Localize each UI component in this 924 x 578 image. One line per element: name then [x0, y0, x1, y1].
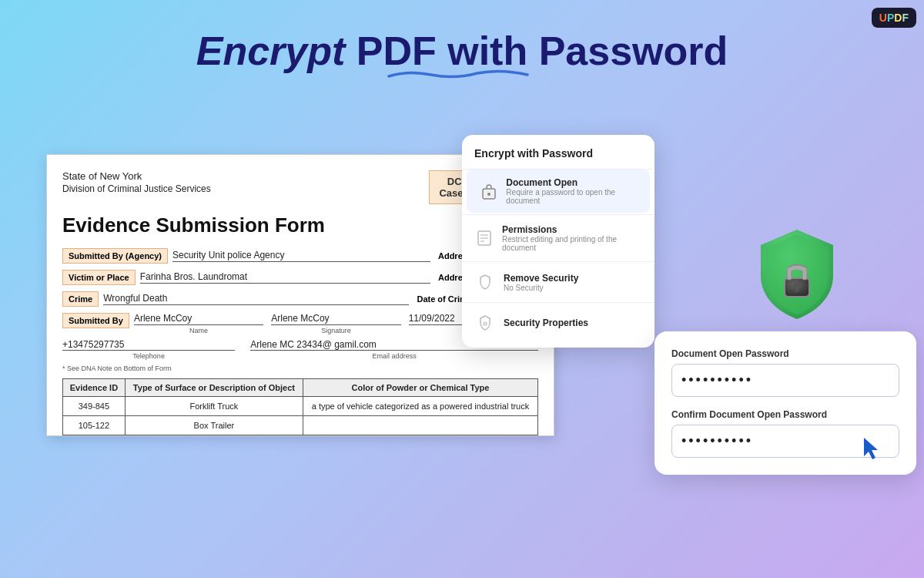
pdf-name-value: Arlene McCoy — [134, 313, 263, 325]
encrypt-item-remove-security-title: Remove Security — [504, 273, 578, 284]
badge-d: D — [894, 12, 902, 24]
encrypt-divider-2 — [462, 261, 654, 262]
pdf-name-sublabel: Name — [134, 327, 263, 334]
encrypt-item-permissions[interactable]: Permissions Restrict editing and printin… — [462, 217, 654, 260]
encrypt-item-security-props-text: Security Properties — [504, 318, 588, 328]
updf-badge: UPDF — [872, 8, 916, 28]
pdf-signature-value: Arlene McCoy — [271, 313, 400, 325]
encrypt-divider-3 — [462, 302, 654, 303]
encrypt-item-remove-security-subtitle: No Security — [504, 284, 578, 292]
permissions-icon — [474, 227, 494, 249]
table-header-id: Evidence ID — [63, 379, 126, 397]
encrypt-panel-title: Encrypt with Password — [462, 147, 654, 170]
pdf-telephone-value: +13475297735 — [62, 339, 235, 351]
table-cell-color-2 — [303, 416, 538, 435]
pdf-email-sublabel: Email address — [250, 352, 538, 360]
pass-confirm-label: Confirm Document Open Password — [671, 409, 899, 420]
pdf-telephone-sublabel: Telephone — [62, 352, 235, 360]
title-rest: PDF with Password — [345, 29, 728, 73]
encrypt-item-doc-open-text: Document Open Require a password to open… — [506, 177, 638, 205]
shield-3d-icon — [747, 223, 847, 324]
pdf-value-crime: Wrongful Death — [103, 293, 409, 305]
encrypt-item-doc-open-subtitle: Require a password to open the document — [506, 188, 638, 205]
pdf-col-signature: Arlene McCoy Signature — [271, 313, 400, 334]
title-italic: Encrypt — [196, 29, 346, 73]
encrypt-item-permissions-text: Permissions Restrict editing and printin… — [502, 224, 642, 252]
table-cell-surface-2: Box Trailer — [125, 416, 303, 435]
pdf-org: State of New York Division of Criminal J… — [62, 170, 211, 194]
password-panel: Document Open Password Confirm Document … — [654, 331, 916, 475]
badge-p: P — [887, 12, 894, 24]
pdf-label-crime: Crime — [62, 291, 99, 307]
encrypt-item-permissions-title: Permissions — [502, 224, 642, 235]
pdf-org-line2: Division of Criminal Justice Services — [62, 183, 211, 194]
svg-point-1 — [487, 193, 490, 196]
pass-open-label: Document Open Password — [671, 348, 899, 359]
pdf-phone-col: +13475297735 Telephone — [62, 339, 235, 360]
pdf-submittedby-label: Submitted By — [62, 313, 129, 328]
encrypt-divider-1 — [462, 214, 654, 215]
pdf-label-victim: Victim or Place — [62, 270, 136, 285]
encrypt-item-permissions-subtitle: Restrict editing and printing of the doc… — [502, 235, 642, 252]
encrypt-item-document-open[interactable]: Document Open Require a password to open… — [467, 170, 650, 213]
pdf-dna-note: * See DNA Note on Bottom of Form — [62, 365, 538, 372]
svg-rect-10 — [795, 287, 798, 292]
cursor-arrow-icon — [861, 436, 886, 461]
badge-u: U — [879, 12, 887, 24]
table-header-color: Color of Powder or Chemical Type — [303, 379, 538, 397]
encrypt-item-remove-security-text: Remove Security No Security — [504, 273, 578, 292]
encrypt-item-security-properties[interactable]: Security Properties — [462, 304, 654, 341]
pdf-signature-sublabel: Signature — [271, 327, 400, 334]
svg-marker-11 — [864, 438, 878, 459]
pdf-value-agency: Security Unit police Agency — [172, 250, 430, 262]
pdf-value-victim: Farinha Bros. Laundromat — [140, 271, 430, 284]
pdf-label-agency: Submitted By (Agency) — [62, 248, 168, 264]
table-cell-color-1: a type of vehicle categorized as a power… — [303, 397, 538, 416]
page-title: Encrypt PDF with Password — [0, 0, 924, 81]
table-cell-id-2: 105-122 — [63, 416, 126, 435]
security-properties-icon — [474, 312, 496, 334]
pass-open-input[interactable] — [671, 364, 899, 397]
pdf-org-line1: State of New York — [62, 170, 211, 182]
pdf-col-name: Arlene McCoy Name — [134, 313, 263, 334]
badge-f: F — [902, 12, 909, 24]
svg-point-6 — [484, 322, 487, 325]
table-header-surface: Type of Surface or Description of Object — [125, 379, 303, 397]
encrypt-item-doc-open-title: Document Open — [506, 177, 638, 188]
remove-security-icon — [474, 271, 496, 293]
table-cell-surface-1: Forklift Truck — [125, 397, 303, 416]
table-cell-id-1: 349-845 — [63, 397, 126, 416]
encrypt-panel: Encrypt with Password Document Open Requ… — [462, 135, 654, 348]
pdf-evidence-table: Evidence ID Type of Surface or Descripti… — [62, 378, 538, 435]
document-lock-icon — [479, 180, 498, 202]
encrypt-item-remove-security[interactable]: Remove Security No Security — [462, 264, 654, 301]
table-row: 349-845 Forklift Truck a type of vehicle… — [63, 397, 538, 416]
encrypt-item-security-props-title: Security Properties — [504, 318, 588, 328]
table-row: 105-122 Box Trailer — [63, 416, 538, 435]
